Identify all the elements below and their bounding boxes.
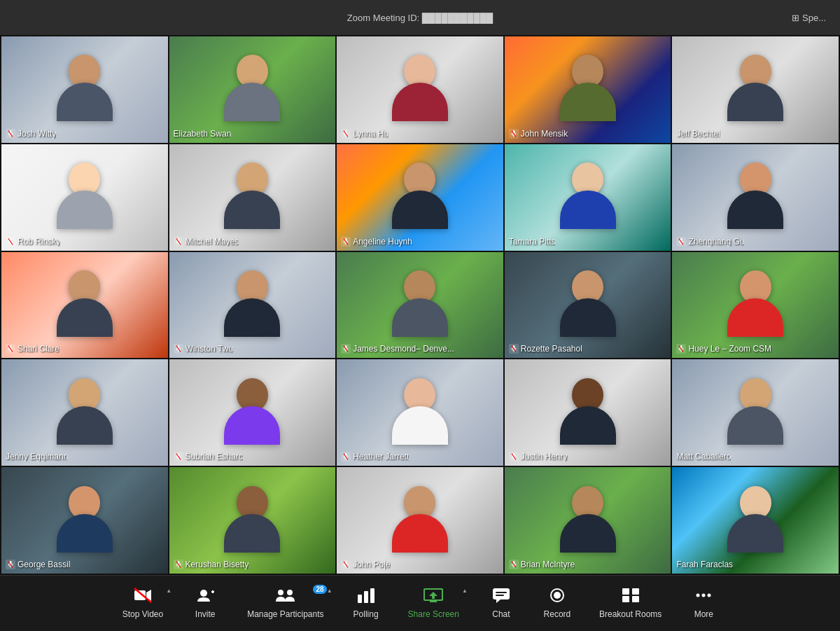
- svg-point-64: [287, 590, 293, 595]
- chat-label: Chat: [492, 609, 510, 619]
- polling-label: Polling: [354, 609, 379, 619]
- record-button[interactable]: Record: [529, 582, 585, 625]
- participant-name-16: Jenny Eggimann: [6, 452, 68, 462]
- chat-button[interactable]: Chat: [473, 582, 529, 625]
- svg-rect-65: [358, 595, 362, 603]
- participant-name-13: James Desmond– Denve...: [341, 344, 454, 354]
- participant-name-3: Lynna Hu: [341, 129, 388, 139]
- video-cell-1: Josh Witty: [1, 36, 168, 143]
- breakout-rooms-label: Breakout Rooms: [599, 609, 662, 619]
- mic-off-icon-8: [341, 237, 351, 247]
- manage-participants-button[interactable]: ▲ 28 Manage Participants: [233, 582, 337, 625]
- participant-name-2: Elizabeth Swan: [174, 129, 232, 139]
- participant-name-6: Rob Rinsky: [6, 237, 60, 247]
- participant-name-17: Subriah Esharc: [174, 452, 243, 462]
- video-cell-13: James Desmond– Denve...: [337, 252, 503, 359]
- svg-point-63: [278, 590, 284, 595]
- share-screen-button[interactable]: ▲ Share Screen: [394, 582, 473, 625]
- stop-video-button[interactable]: ▲ Stop Video: [108, 582, 178, 625]
- invite-icon: [196, 588, 214, 606]
- toolbar: ▲ Stop Video Invite ▲ 28: [0, 575, 840, 631]
- mic-off-icon-15: [676, 344, 686, 354]
- svg-rect-66: [364, 591, 368, 603]
- speaker-mode: ⊞ Spe...: [792, 13, 826, 23]
- video-cell-3: Lynna Hu: [337, 36, 503, 143]
- participant-name-20: Matt Caballero: [676, 452, 731, 462]
- video-cell-8: Angeline Huynh: [337, 144, 503, 251]
- video-cell-14: Rozette Pasahol: [505, 252, 671, 359]
- video-cell-6: Rob Rinsky: [1, 144, 168, 251]
- share-screen-label: Share Screen: [408, 609, 459, 619]
- participant-name-4: John Mensik: [509, 129, 568, 139]
- svg-rect-80: [622, 596, 629, 602]
- participant-name-24: Brian McIntyre: [509, 560, 575, 569]
- mic-off-icon-22: [174, 560, 183, 569]
- video-cell-10: Zhenghang Gu: [672, 144, 839, 251]
- participant-name-14: Rozette Pasahol: [509, 344, 582, 354]
- video-cell-2: Elizabeth Swan: [169, 36, 336, 143]
- mic-off-icon-24: [509, 560, 519, 569]
- polling-button[interactable]: Polling: [338, 582, 394, 625]
- mic-off-icon-11: [6, 344, 15, 354]
- mic-off-icon-3: [341, 129, 351, 139]
- video-cell-11: Shari Clare: [1, 252, 168, 359]
- video-cell-19: Justin Henry: [505, 359, 671, 466]
- video-cell-25: Farah Faraclas: [672, 467, 839, 574]
- svg-rect-81: [632, 596, 639, 602]
- video-cell-23: John Poje: [337, 467, 503, 574]
- video-cell-20: Matt Caballero: [672, 359, 839, 466]
- invite-label: Invite: [195, 609, 216, 619]
- participants-badge: 28: [313, 585, 326, 594]
- svg-point-60: [200, 590, 207, 597]
- svg-point-82: [696, 594, 700, 597]
- participant-name-25: Farah Faraclas: [676, 560, 733, 569]
- polling-icon: [357, 588, 375, 606]
- stop-video-caret[interactable]: ▲: [166, 588, 172, 594]
- svg-rect-78: [622, 588, 629, 595]
- video-cell-18: Heather Jarrett: [337, 359, 503, 466]
- invite-button[interactable]: Invite: [177, 582, 233, 625]
- svg-rect-75: [496, 595, 504, 596]
- mic-off-icon-10: [676, 237, 686, 247]
- participant-name-10: Zhenghang Gu: [676, 237, 744, 247]
- stop-video-label: Stop Video: [122, 609, 164, 619]
- mic-off-icon-7: [174, 237, 183, 247]
- participant-name-23: John Poje: [341, 560, 390, 569]
- svg-rect-72: [493, 588, 510, 599]
- video-cell-15: Huey Le – Zoom CSM: [672, 252, 839, 359]
- record-label: Record: [544, 609, 571, 619]
- share-screen-caret[interactable]: ▲: [462, 588, 468, 594]
- mic-off-icon-13: [341, 344, 351, 354]
- participant-name-15: Huey Le – Zoom CSM: [676, 344, 771, 354]
- more-label: More: [694, 609, 713, 619]
- mic-off-icon-18: [341, 452, 351, 462]
- svg-rect-74: [496, 592, 507, 593]
- participant-name-12: Winston Twu: [174, 344, 233, 354]
- participant-name-9: Tamara Pitts: [509, 237, 556, 247]
- video-cell-21: George Bassil: [1, 467, 168, 574]
- breakout-rooms-icon: [622, 588, 640, 606]
- top-bar: Zoom Meeting ID: ███████████ ⊞ Spe...: [0, 0, 840, 35]
- participant-name-22: Kerushan Bisetty: [174, 560, 249, 569]
- participant-name-18: Heather Jarrett: [341, 452, 409, 462]
- mic-off-icon-23: [341, 560, 351, 569]
- participants-caret[interactable]: ▲: [327, 588, 332, 594]
- video-cell-17: Subriah Esharc: [169, 359, 336, 466]
- svg-point-83: [702, 594, 706, 597]
- video-cell-12: Winston Twu: [169, 252, 336, 359]
- video-cell-5: Jeff Bechtel: [672, 36, 839, 143]
- mic-off-icon-19: [509, 452, 519, 462]
- mic-off-icon-6: [6, 237, 15, 247]
- mic-off-icon-21: [6, 560, 15, 569]
- breakout-rooms-button[interactable]: Breakout Rooms: [585, 582, 676, 625]
- svg-rect-79: [632, 588, 639, 595]
- manage-participants-icon: [275, 588, 296, 606]
- participant-name-21: George Bassil: [6, 560, 70, 569]
- video-cell-9: Tamara Pitts: [505, 144, 671, 251]
- video-cell-16: Jenny Eggimann: [1, 359, 168, 466]
- share-screen-icon: [423, 588, 444, 606]
- participant-name-19: Justin Henry: [509, 452, 568, 462]
- more-button[interactable]: More: [676, 582, 732, 625]
- stop-video-icon: [134, 588, 152, 606]
- meeting-id: ███████████: [422, 13, 493, 23]
